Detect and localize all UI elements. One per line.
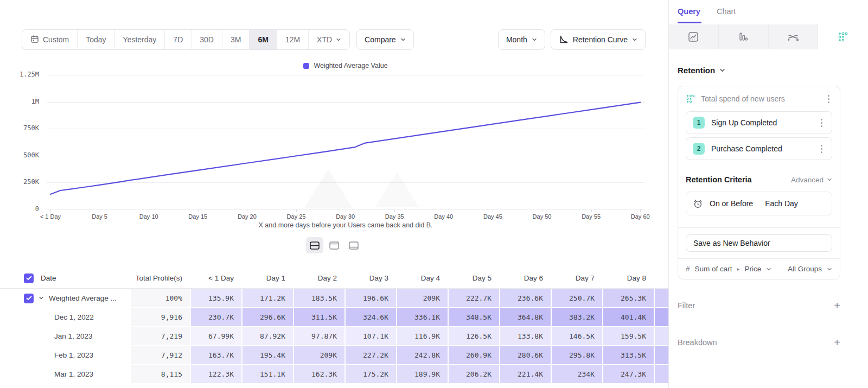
- x-axis-tick-label: Day 15: [188, 213, 207, 220]
- tab-chart[interactable]: Chart: [717, 7, 736, 24]
- column-header: Day 7: [552, 268, 602, 288]
- save-as-new-behavior-button[interactable]: Save as New Behavior: [686, 234, 832, 252]
- chevron-down-icon: [532, 37, 537, 42]
- x-axis-tick: [346, 209, 346, 212]
- filter-label: Filter: [678, 301, 834, 310]
- retention-criteria-row: Retention Criteria Advanced: [686, 175, 832, 184]
- x-axis-tick: [640, 209, 641, 212]
- retention-chart-type-icon[interactable]: [818, 24, 868, 49]
- row-label: Dec 1, 2022: [54, 313, 94, 321]
- x-axis-tick-label: Day 55: [582, 213, 601, 220]
- chart-type-button[interactable]: Retention Curve: [551, 29, 646, 50]
- range-yesterday[interactable]: Yesterday: [114, 30, 165, 49]
- line-chart-type-icon[interactable]: [669, 24, 719, 49]
- divider: [678, 227, 840, 228]
- range-today[interactable]: Today: [77, 30, 114, 49]
- add-breakdown-button[interactable]: +: [834, 337, 840, 348]
- chevron-down-icon: [827, 177, 832, 182]
- calendar-icon: [30, 35, 39, 45]
- behavior-title: Total spend of new users: [701, 94, 819, 103]
- behavior-header: Total spend of new users: [678, 86, 840, 108]
- x-axis-tick-label: Day 50: [533, 213, 552, 220]
- retention-value-cell: 401.4K: [603, 308, 654, 326]
- retention-value-cell: 227.2K: [346, 346, 396, 364]
- event-step-2[interactable]: 2Purchase Completed: [686, 137, 832, 160]
- range-6m[interactable]: 6M: [249, 30, 276, 49]
- range-7d[interactable]: 7D: [164, 30, 191, 49]
- retention-value-cell: 236.6K: [500, 289, 551, 307]
- range-3m[interactable]: 3M: [222, 30, 249, 49]
- split-view-toggle-icon[interactable]: [306, 237, 323, 253]
- measure-label[interactable]: Sum of cart: [695, 265, 732, 273]
- x-axis-tick: [198, 209, 199, 212]
- table-row[interactable]: Jan 1, 20237,21967.99K87.92K97.87K107.1K…: [0, 327, 668, 346]
- retention-value-cell: 296.6K: [242, 308, 293, 326]
- retention-value-cell: 324.6K: [346, 308, 396, 326]
- column-header: Day 4: [397, 268, 448, 288]
- flow-chart-type-icon[interactable]: [769, 24, 819, 49]
- table-row[interactable]: Feb 1, 20237,912163.7K195.4K209K227.2K24…: [0, 346, 668, 365]
- retention-value-cell: 280.6K: [500, 346, 551, 364]
- retention-value-cell: 242.8K: [397, 346, 448, 364]
- query-sidebar: Query Chart Retention Total spend of new…: [668, 0, 868, 388]
- kebab-menu-icon[interactable]: [818, 119, 825, 127]
- row-label-cell: Feb 1, 2023: [0, 346, 130, 364]
- retention-table: DateTotal Profile(s)< 1 DayDay 1Day 2Day…: [0, 268, 668, 384]
- select-all-checkbox[interactable]: [24, 273, 34, 283]
- event-step-1[interactable]: 1Sign Up Completed: [686, 111, 832, 134]
- compare-label: Compare: [365, 35, 396, 44]
- retention-value-cell: 348.5K: [449, 308, 499, 326]
- compare-button[interactable]: Compare: [356, 29, 414, 50]
- measure-row: # Sum of cart ▸ Price All Groups: [678, 259, 840, 279]
- retention-value-cell: 146.5K: [552, 327, 602, 345]
- kebab-menu-icon[interactable]: [825, 95, 832, 103]
- table-row[interactable]: Dec 1, 20229,916230.7K296.6K311.5K324.6K…: [0, 308, 668, 327]
- x-axis-tick-label: Day 40: [434, 213, 453, 220]
- total-profiles-cell: 7,912: [131, 346, 190, 364]
- expand-chevron-icon[interactable]: [39, 294, 44, 302]
- total-profiles-cell: 100%: [131, 289, 190, 307]
- range-xtd[interactable]: XTD: [308, 30, 349, 49]
- retention-value-cell: 116.9K: [397, 327, 448, 345]
- table-row[interactable]: Weighted Average ...100%135.9K171.2K183.…: [0, 289, 668, 308]
- bar-chart-type-icon[interactable]: [719, 24, 769, 49]
- add-filter-button[interactable]: +: [834, 300, 840, 311]
- chart-view-toggle-icon[interactable]: [326, 237, 343, 253]
- x-axis-tick-label: Day 25: [287, 213, 306, 220]
- advanced-dropdown[interactable]: Advanced: [791, 176, 832, 184]
- measure-property[interactable]: Price: [745, 265, 762, 273]
- event-step-badge: 2: [693, 143, 705, 155]
- retention-value-cell: 336.1K: [397, 308, 448, 326]
- range-custom[interactable]: Custom: [22, 30, 77, 49]
- on-or-before-label[interactable]: On or Before: [710, 199, 753, 208]
- breakdown-section: Breakdown +: [678, 337, 840, 348]
- all-groups-dropdown[interactable]: All Groups: [788, 265, 822, 273]
- table-view-toggle-icon[interactable]: [345, 237, 362, 253]
- granularity-button[interactable]: Month: [498, 29, 545, 50]
- chart-type-selector-row: [669, 24, 868, 49]
- x-axis-tick: [444, 209, 444, 212]
- retention-window-control[interactable]: On or Before Each Day: [686, 192, 832, 215]
- range-12m[interactable]: 12M: [277, 30, 308, 49]
- active-tab-underline: [678, 22, 701, 23]
- section-title-retention[interactable]: Retention: [669, 49, 868, 75]
- chevron-down-icon: [400, 37, 406, 42]
- column-header: < 1 Day: [191, 268, 241, 288]
- range-30d[interactable]: 30D: [191, 30, 222, 49]
- x-axis-tick-label: Day 10: [139, 213, 158, 220]
- retention-value-cell: 383.2K: [552, 308, 602, 326]
- column-header: Day 6: [500, 268, 551, 288]
- column-header: Day 2: [294, 268, 344, 288]
- row-label: Feb 1, 2023: [54, 351, 93, 359]
- kebab-menu-icon[interactable]: [818, 145, 825, 153]
- retention-criteria-label: Retention Criteria: [686, 175, 791, 184]
- row-checkbox[interactable]: [24, 294, 34, 303]
- range-label: Today: [86, 35, 106, 44]
- retention-value-cell: 97.87K: [294, 327, 344, 345]
- each-day-label[interactable]: Each Day: [765, 199, 798, 208]
- column-header: Day 8: [603, 268, 654, 288]
- table-row[interactable]: Mar 1, 20238,115122.3K151.1K162.3K175.2K…: [0, 365, 668, 384]
- retention-value-cell: 222.7K: [449, 289, 499, 307]
- row-label-cell: Mar 1, 2023: [0, 365, 130, 383]
- retention-value-cell: 126.5K: [449, 327, 499, 345]
